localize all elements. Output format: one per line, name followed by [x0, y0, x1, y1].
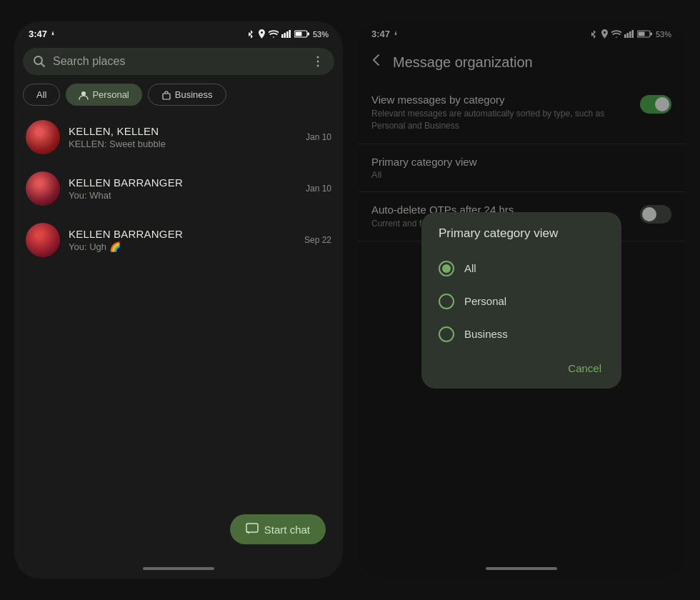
- chat-date-0: Jan 10: [306, 132, 331, 142]
- chat-date-1: Jan 10: [306, 184, 331, 194]
- chat-info-2: KELLEN BARRANGER You: Ugh 🌈: [69, 228, 296, 252]
- chat-name-1: KELLEN BARRANGER: [69, 176, 297, 189]
- svg-rect-6: [295, 32, 301, 36]
- home-indicator-left: [143, 567, 214, 570]
- radio-label-personal: Personal: [464, 295, 506, 307]
- chat-item-2[interactable]: KELLEN BARRANGER You: Ugh 🌈 Sep 22: [14, 214, 343, 266]
- search-icon: [33, 55, 46, 68]
- radio-option-business[interactable]: Business: [439, 318, 604, 351]
- svg-rect-0: [281, 34, 284, 38]
- search-bar[interactable]: Search places: [23, 48, 334, 75]
- tabs-row: All Personal Business: [23, 84, 334, 106]
- tab-business[interactable]: Business: [148, 84, 226, 106]
- svg-point-10: [317, 61, 319, 63]
- radio-circle-personal: [439, 294, 454, 309]
- svg-rect-1: [284, 33, 286, 38]
- wifi-icon-left: [269, 30, 279, 38]
- radio-label-all: All: [464, 262, 476, 274]
- svg-point-12: [81, 91, 86, 96]
- search-placeholder[interactable]: Search places: [53, 55, 304, 68]
- svg-line-8: [41, 64, 45, 67]
- radio-option-personal[interactable]: Personal: [439, 285, 604, 318]
- home-indicator-right: [486, 567, 557, 570]
- time-left: 3:47: [29, 29, 56, 39]
- avatar-0: [26, 120, 60, 154]
- radio-option-all[interactable]: All: [439, 252, 604, 285]
- chat-list: KELLEN, KELLEN KELLEN: Sweet bubble Jan …: [14, 111, 343, 579]
- signal-icon-left: [281, 30, 291, 38]
- svg-rect-14: [246, 524, 258, 532]
- chat-date-2: Sep 22: [304, 235, 331, 245]
- radio-label-business: Business: [464, 328, 508, 340]
- start-chat-label: Start chat: [264, 524, 310, 536]
- svg-rect-13: [163, 94, 170, 99]
- radio-circle-all: [439, 261, 454, 276]
- bluetooth-icon: [246, 29, 255, 39]
- right-phone: 3:47: [357, 21, 686, 579]
- svg-rect-5: [307, 33, 309, 36]
- svg-point-11: [317, 65, 319, 67]
- chat-preview-2: You: Ugh 🌈: [69, 241, 296, 252]
- dialog-actions: Cancel: [439, 351, 604, 380]
- status-bar-left: 3:47: [14, 21, 343, 42]
- status-icons-left: 53%: [246, 29, 329, 39]
- tab-personal[interactable]: Personal: [66, 84, 141, 106]
- radio-circle-business: [439, 326, 454, 342]
- personal-icon: [79, 90, 89, 100]
- svg-point-9: [317, 56, 319, 59]
- chat-preview-0: KELLEN: Sweet bubble: [69, 139, 297, 149]
- location-arrow-icon: [49, 31, 56, 38]
- dialog-backdrop: Primary category view All Personal Busin…: [357, 21, 686, 579]
- start-chat-button[interactable]: Start chat: [230, 514, 326, 544]
- tab-all[interactable]: All: [23, 84, 60, 106]
- avatar-2: [26, 223, 60, 257]
- chat-name-0: KELLEN, KELLEN: [69, 125, 297, 137]
- avatar-1: [26, 171, 60, 206]
- business-icon: [161, 90, 171, 100]
- radio-dot-all: [442, 264, 451, 273]
- chat-preview-1: You: What: [69, 190, 297, 201]
- chat-icon: [246, 523, 259, 536]
- chat-name-2: KELLEN BARRANGER: [69, 228, 296, 240]
- chat-item-0[interactable]: KELLEN, KELLEN KELLEN: Sweet bubble Jan …: [14, 111, 343, 163]
- more-icon[interactable]: [311, 55, 324, 68]
- svg-rect-3: [289, 30, 291, 38]
- dialog-title: Primary category view: [439, 226, 604, 241]
- dialog-primary-category: Primary category view All Personal Busin…: [421, 212, 621, 389]
- dialog-cancel-button[interactable]: Cancel: [565, 356, 604, 380]
- battery-pct-left: 53%: [313, 30, 329, 39]
- chat-info-1: KELLEN BARRANGER You: What: [69, 176, 297, 201]
- chat-item-1[interactable]: KELLEN BARRANGER You: What Jan 10: [14, 163, 343, 214]
- battery-icon-left: [294, 30, 310, 38]
- svg-rect-2: [286, 31, 289, 38]
- location-icon: [258, 29, 266, 39]
- chat-info-0: KELLEN, KELLEN KELLEN: Sweet bubble: [69, 125, 297, 149]
- left-phone: 3:47: [14, 21, 343, 579]
